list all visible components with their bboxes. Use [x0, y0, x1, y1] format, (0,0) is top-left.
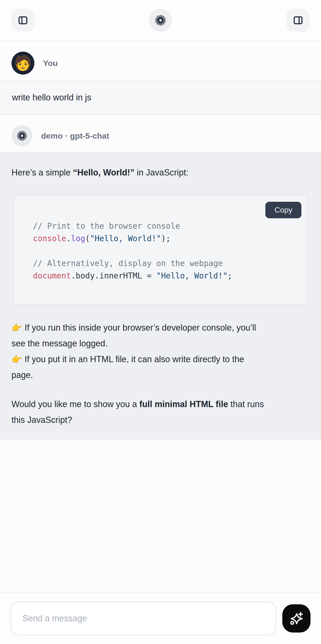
followup-prefix: Would you like me to show you a	[11, 399, 139, 409]
panel-toggle-button[interactable]	[287, 9, 310, 32]
user-sender-label: You	[43, 58, 58, 68]
chat-empty-space	[0, 440, 321, 592]
intro-suffix: in JavaScript:	[134, 168, 188, 177]
sparkle-icon	[289, 610, 304, 626]
panel-right-icon	[293, 15, 304, 26]
copy-code-button[interactable]: Copy	[265, 202, 302, 218]
user-message-header: 🧑 You	[0, 41, 321, 80]
intro-bold: “Hello, World!”	[73, 168, 134, 177]
user-avatar: 🧑	[11, 52, 34, 74]
followup-bold: full minimal HTML file	[139, 399, 228, 409]
assistant-followup-paragraph: Would you like me to show you a full min…	[11, 396, 310, 428]
assistant-avatar	[11, 125, 32, 146]
user-avatar-emoji: 🧑	[14, 56, 32, 70]
code-block: Copy // Print to the browser consolecons…	[13, 195, 308, 305]
user-message-text: write hello world in js	[12, 92, 91, 102]
intro-prefix: Here’s a simple	[11, 168, 73, 177]
assistant-tips-paragraph: 👉 If you run this inside your browser’s …	[11, 320, 310, 383]
assistant-message-bubble: Here’s a simple “Hello, World!” in JavaS…	[0, 152, 321, 440]
send-button[interactable]	[282, 604, 311, 632]
panel-left-icon	[17, 15, 28, 26]
top-bar	[0, 0, 321, 41]
burst-icon	[16, 130, 28, 142]
assistant-sender-label: demo · gpt-5-chat	[41, 131, 109, 140]
sidebar-toggle-button[interactable]	[11, 9, 34, 32]
model-spinner-button[interactable]	[149, 9, 172, 32]
burst-icon	[154, 14, 167, 26]
chat-area: 🧑 You write hello world in js demo · gpt…	[0, 41, 321, 592]
composer-bar	[0, 592, 321, 644]
message-input[interactable]	[10, 602, 276, 635]
user-message-bubble: write hello world in js	[0, 80, 321, 115]
assistant-intro-line: Here’s a simple “Hello, World!” in JavaS…	[11, 160, 310, 179]
code-content: // Print to the browser consoleconsole.l…	[33, 220, 298, 282]
assistant-message-header: demo · gpt-5-chat	[0, 115, 321, 152]
